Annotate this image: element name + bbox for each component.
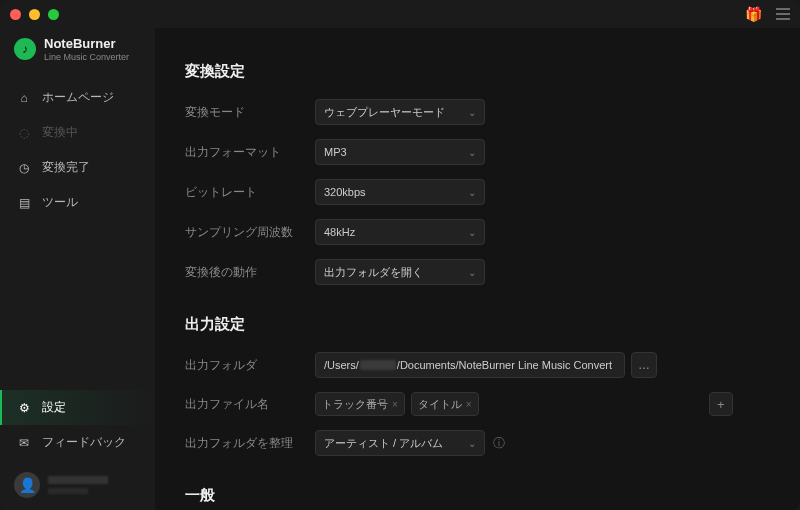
gear-icon: ⚙ (16, 401, 32, 415)
filename-tag[interactable]: タイトル × (411, 392, 479, 416)
label-format: 出力フォーマット (185, 144, 315, 161)
app-subtitle: Line Music Converter (44, 52, 129, 62)
label-sample: サンプリング周波数 (185, 224, 315, 241)
select-value: MP3 (324, 146, 347, 158)
close-window-button[interactable] (10, 9, 21, 20)
tag-label: タイトル (418, 397, 462, 412)
sidebar-item-settings[interactable]: ⚙ 設定 (0, 390, 155, 425)
path-prefix: /Users/ (324, 359, 359, 371)
avatar-icon: 👤 (14, 472, 40, 498)
user-name-redacted (48, 476, 108, 484)
sidebar: ♪ NoteBurner Line Music Converter ⌂ ホームペ… (0, 28, 155, 510)
sidebar-item-label: ホームページ (42, 89, 114, 106)
tag-remove-icon[interactable]: × (392, 399, 398, 410)
chevron-down-icon: ⌄ (468, 187, 476, 198)
sidebar-item-label: フィードバック (42, 434, 126, 451)
add-tag-button[interactable]: + (709, 392, 733, 416)
label-bitrate: ビットレート (185, 184, 315, 201)
chevron-down-icon: ⌄ (468, 107, 476, 118)
chevron-down-icon: ⌄ (468, 267, 476, 278)
sidebar-item-label: 設定 (42, 399, 66, 416)
select-value: 320kbps (324, 186, 366, 198)
select-value: 出力フォルダを開く (324, 265, 423, 280)
section-title-output: 出力設定 (185, 315, 770, 334)
filename-tag[interactable]: トラック番号 × (315, 392, 405, 416)
label-organize: 出力フォルダを整理 (185, 435, 315, 452)
select-after[interactable]: 出力フォルダを開く ⌄ (315, 259, 485, 285)
main-content: 変換設定 変換モード ウェブプレーヤーモード ⌄ 出力フォーマット MP3 ⌄ … (155, 28, 800, 510)
label-after: 変換後の動作 (185, 264, 315, 281)
path-redacted (360, 360, 396, 370)
label-folder: 出力フォルダ (185, 357, 315, 374)
output-folder-input[interactable]: /Users//Documents/NoteBurner Line Music … (315, 352, 625, 378)
home-icon: ⌂ (16, 91, 32, 105)
sidebar-item-completed[interactable]: ◷ 変換完了 (0, 150, 155, 185)
select-mode[interactable]: ウェブプレーヤーモード ⌄ (315, 99, 485, 125)
user-profile[interactable]: 👤 (0, 460, 155, 510)
toolbox-icon: ▤ (16, 196, 32, 210)
sidebar-item-label: ツール (42, 194, 78, 211)
sidebar-item-converting[interactable]: ◌ 変換中 (0, 115, 155, 150)
sidebar-item-label: 変換完了 (42, 159, 90, 176)
clock-icon: ◷ (16, 161, 32, 175)
brand: ♪ NoteBurner Line Music Converter (0, 32, 155, 80)
label-filename: 出力ファイル名 (185, 396, 315, 413)
app-name: NoteBurner (44, 36, 129, 51)
sidebar-item-home[interactable]: ⌂ ホームページ (0, 80, 155, 115)
path-suffix: /Documents/NoteBurner Line Music Convert (397, 359, 612, 371)
mail-icon: ✉ (16, 436, 32, 450)
minimize-window-button[interactable] (29, 9, 40, 20)
sidebar-item-feedback[interactable]: ✉ フィードバック (0, 425, 155, 460)
app-logo-icon: ♪ (14, 38, 36, 60)
select-format[interactable]: MP3 ⌄ (315, 139, 485, 165)
chevron-down-icon: ⌄ (468, 438, 476, 449)
spinner-icon: ◌ (16, 126, 32, 140)
select-value: 48kHz (324, 226, 355, 238)
gift-icon[interactable]: 🎁 (745, 6, 762, 22)
section-title-general: 一般 (185, 486, 770, 505)
section-title-conversion: 変換設定 (185, 62, 770, 81)
sidebar-item-tools[interactable]: ▤ ツール (0, 185, 155, 220)
label-mode: 変換モード (185, 104, 315, 121)
tag-remove-icon[interactable]: × (466, 399, 472, 410)
select-value: ウェブプレーヤーモード (324, 105, 445, 120)
select-value: アーティスト / アルバム (324, 436, 443, 451)
select-bitrate[interactable]: 320kbps ⌄ (315, 179, 485, 205)
tag-label: トラック番号 (322, 397, 388, 412)
titlebar: 🎁 (0, 0, 800, 28)
select-organize[interactable]: アーティスト / アルバム ⌄ (315, 430, 485, 456)
sidebar-item-label: 変換中 (42, 124, 78, 141)
select-sample[interactable]: 48kHz ⌄ (315, 219, 485, 245)
browse-folder-button[interactable]: … (631, 352, 657, 378)
user-email-redacted (48, 488, 88, 494)
chevron-down-icon: ⌄ (468, 227, 476, 238)
maximize-window-button[interactable] (48, 9, 59, 20)
hamburger-icon[interactable] (776, 8, 790, 20)
chevron-down-icon: ⌄ (468, 147, 476, 158)
info-icon[interactable]: ⓘ (493, 435, 505, 452)
